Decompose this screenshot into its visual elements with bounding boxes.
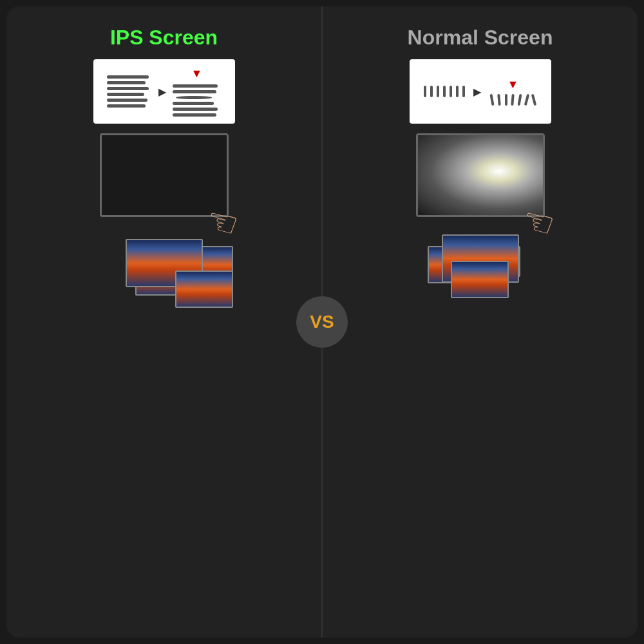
vs-circle: VS xyxy=(296,296,348,348)
normal-bot-row: Down 60° xyxy=(462,261,498,270)
normal-screen xyxy=(418,135,543,215)
ips-monitor-frame xyxy=(100,133,229,217)
ips-down-arrow: ▼ xyxy=(173,67,221,80)
main-container: IPS Screen ▶ ▼ xyxy=(6,6,638,638)
normal-after-lines: ▼ xyxy=(488,78,539,106)
normal-monitor-container: ☞ xyxy=(410,133,551,236)
normal-title: Normal Screen xyxy=(408,26,553,50)
vs-text: VS xyxy=(310,312,334,332)
normal-down-thumb xyxy=(451,261,509,298)
ips-mid-row: Left 60° xyxy=(149,258,178,268)
normal-angle-section: Up 60° Right 60° xyxy=(336,246,625,270)
normal-arrow-right: ▶ xyxy=(473,86,481,98)
ips-monitor-container: ☞ xyxy=(93,133,235,236)
ips-angle-section: Up 60° Left 60° xyxy=(19,246,308,280)
normal-down-arrow: ▼ xyxy=(507,78,519,91)
normal-panel: Normal Screen ▶ ▼ xyxy=(323,6,638,638)
normal-molecular-diagram: ▶ ▼ xyxy=(410,59,551,124)
normal-monitor-frame xyxy=(416,133,545,217)
ips-arrow-right: ▶ xyxy=(158,86,166,98)
ips-panel: IPS Screen ▶ ▼ xyxy=(6,6,323,638)
ips-down-thumb xyxy=(175,270,233,308)
ips-after-lines: ▼ xyxy=(173,67,221,117)
ips-before-lines xyxy=(107,75,152,108)
ips-title: IPS Screen xyxy=(110,26,218,50)
normal-before-lines xyxy=(422,86,467,97)
ips-screen xyxy=(102,135,227,215)
ips-molecular-diagram: ▶ ▼ xyxy=(93,59,235,124)
